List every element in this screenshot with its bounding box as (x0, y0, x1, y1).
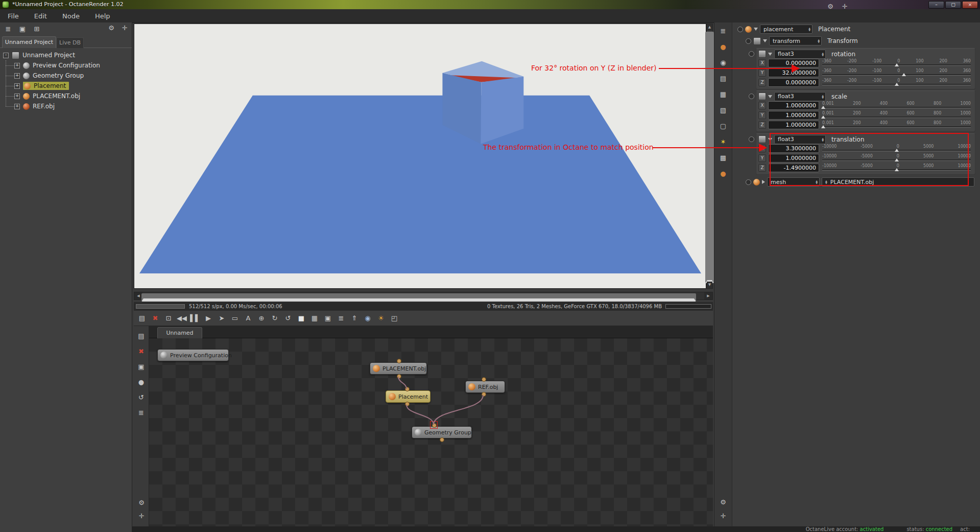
monitor-icon[interactable]: ▭ (230, 313, 240, 323)
panel-settings-icon[interactable]: ⚙ (106, 24, 116, 32)
scale-y-field[interactable]: 1.0000000 (768, 111, 819, 120)
save-render-icon[interactable]: ▤ (137, 313, 147, 323)
minimize-button[interactable]: – (928, 1, 944, 9)
visible-environment-icon[interactable]: ▩ (717, 153, 729, 163)
tree-view-icon[interactable]: ≣ (3, 24, 13, 34)
slider-thumb[interactable] (895, 63, 899, 66)
translation-type-dropdown[interactable]: float3 ▲▼ (774, 135, 826, 144)
translation-x-slider[interactable]: -10000-50000500010000 (821, 144, 972, 153)
placement-node-icon[interactable]: ● (717, 42, 729, 52)
placement-type-dropdown[interactable]: placement ▲▼ (760, 25, 812, 34)
pause-icon[interactable]: ▌▌ (190, 313, 200, 323)
viewport-horizontal-scrollbar[interactable]: ◀ ▶ (134, 292, 713, 300)
folder-icon[interactable]: ◰ (389, 313, 399, 323)
environment-sun-icon[interactable]: ✶ (717, 137, 729, 147)
render-layers-icon[interactable]: ≣ (336, 313, 346, 323)
render-target-icon[interactable]: ▣ (136, 362, 147, 372)
node-pin[interactable] (749, 94, 754, 99)
collapse-expander[interactable]: - (3, 53, 9, 58)
play-icon[interactable]: ▶ (203, 313, 213, 323)
chevron-down-icon[interactable] (754, 28, 758, 31)
slider-thumb[interactable] (902, 73, 906, 76)
node-socket[interactable] (397, 374, 401, 379)
expand-expander[interactable]: + (14, 73, 20, 79)
graph-expand-icon[interactable]: ✛ (132, 512, 151, 520)
node-pin[interactable] (737, 27, 743, 32)
slider-thumb[interactable] (821, 106, 825, 109)
translation-y-field[interactable]: 1.0000000 (768, 154, 819, 163)
scroll-up-button[interactable]: ▲ (707, 24, 712, 31)
node-socket[interactable] (440, 437, 444, 442)
chevron-right-icon[interactable] (762, 180, 765, 184)
mesh-node-icon[interactable]: ● (717, 169, 729, 178)
translation-z-slider[interactable]: -10000-50000500010000 (821, 164, 972, 172)
slider-thumb[interactable] (895, 168, 899, 171)
scroll-right-button[interactable]: ▶ (704, 292, 712, 299)
camera-icon[interactable]: ◉ (717, 58, 729, 67)
node-socket[interactable] (405, 387, 410, 391)
tab-live-db[interactable]: Live DB (56, 37, 84, 48)
rotate-ccw-icon[interactable]: ↺ (283, 313, 293, 323)
tree-row-placement[interactable]: + Placement (0, 81, 146, 91)
export-icon[interactable]: ⇑ (349, 313, 360, 323)
expand-expander[interactable]: + (14, 94, 20, 99)
node-socket[interactable] (482, 377, 486, 382)
node-pin[interactable] (746, 38, 751, 44)
texture-node-icon[interactable]: ↺ (136, 392, 147, 403)
mesh-value-dropdown[interactable]: ▲▼ PLACEMENT.obj (822, 177, 974, 187)
rotation-x-slider[interactable]: -360-200-1000100200360 (821, 59, 972, 67)
mesh-type-dropdown[interactable]: mesh ▲▼ (767, 177, 820, 187)
translation-x-field[interactable]: 3.3000000 (768, 144, 819, 153)
toolbar-expand-icon[interactable]: ✛ (840, 3, 850, 10)
menu-file[interactable]: File (0, 12, 27, 20)
node-pin[interactable] (746, 179, 751, 185)
expand-all-icon[interactable]: ⊞ (32, 24, 42, 34)
focus-pick-icon[interactable]: A (243, 313, 253, 323)
scale-x-field[interactable]: 1.0000000 (768, 101, 819, 110)
delete-node-icon[interactable]: ✖ (136, 346, 147, 357)
graph-tab-unnamed-project[interactable]: Unnamed Project (157, 327, 202, 338)
horizontal-scroll-thumb[interactable] (141, 293, 696, 302)
tree-row-placement-obj[interactable]: + PLACEMENT.obj (0, 91, 146, 101)
rotate-cw-icon[interactable]: ↻ (270, 313, 280, 323)
close-button[interactable]: × (962, 1, 978, 9)
toolbar-settings-icon[interactable]: ⚙ (825, 3, 835, 10)
panel-expand-icon[interactable]: ✛ (119, 24, 130, 32)
menu-edit[interactable]: Edit (27, 12, 55, 20)
restart-render-icon[interactable]: ✖ (150, 313, 160, 323)
spinner-icon[interactable]: ▲▼ (820, 52, 824, 56)
chevron-down-icon[interactable] (763, 39, 767, 42)
solid-bg-icon[interactable]: ■ (296, 313, 306, 323)
rotation-y-slider[interactable]: -360-200-1000100200360 (821, 68, 972, 77)
spinner-icon[interactable]: ▲▼ (825, 180, 827, 184)
transform-type-dropdown[interactable]: transform ▲▼ (769, 36, 822, 45)
translation-z-field[interactable]: -1.4900000 (768, 164, 819, 172)
group-view-icon[interactable]: ▣ (17, 24, 28, 34)
translation-y-slider[interactable]: -10000-50000500010000 (821, 154, 972, 163)
rewind-icon[interactable]: ◀◀ (177, 313, 187, 323)
maximize-button[interactable]: ▢ (945, 1, 961, 9)
expand-expander[interactable]: + (14, 83, 20, 89)
chevron-down-icon[interactable] (768, 138, 772, 141)
node-socket[interactable] (405, 402, 410, 406)
expand-expander[interactable]: + (14, 63, 20, 68)
slider-thumb[interactable] (895, 83, 899, 86)
inspector-settings-icon[interactable]: ⚙ (714, 498, 732, 506)
fit-view-icon[interactable]: ⊡ (163, 313, 174, 323)
film-node-icon[interactable]: ▤ (136, 331, 147, 341)
slider-thumb[interactable] (821, 115, 825, 119)
scale-y-slider[interactable]: 0.0012004006008001000 (821, 111, 972, 120)
rotation-z-field[interactable]: 0.0000000 (768, 78, 819, 87)
vertical-scroll-thumb[interactable] (705, 32, 714, 283)
menu-node[interactable]: Node (55, 12, 87, 20)
slider-thumb[interactable] (895, 158, 899, 161)
rotation-x-field[interactable]: 0.0000000 (768, 59, 819, 67)
inspector-expand-icon[interactable]: ✛ (714, 512, 732, 520)
render-viewport[interactable] (134, 24, 706, 289)
expand-expander[interactable]: + (14, 104, 20, 109)
environment-icon[interactable]: ◉ (363, 313, 373, 323)
rotation-y-field[interactable]: 32.0000000 (768, 68, 819, 77)
imager-icon[interactable]: ▦ (717, 90, 729, 99)
tree-row-geometry-group[interactable]: + Geometry Group (0, 71, 146, 81)
menu-help[interactable]: Help (87, 12, 118, 20)
